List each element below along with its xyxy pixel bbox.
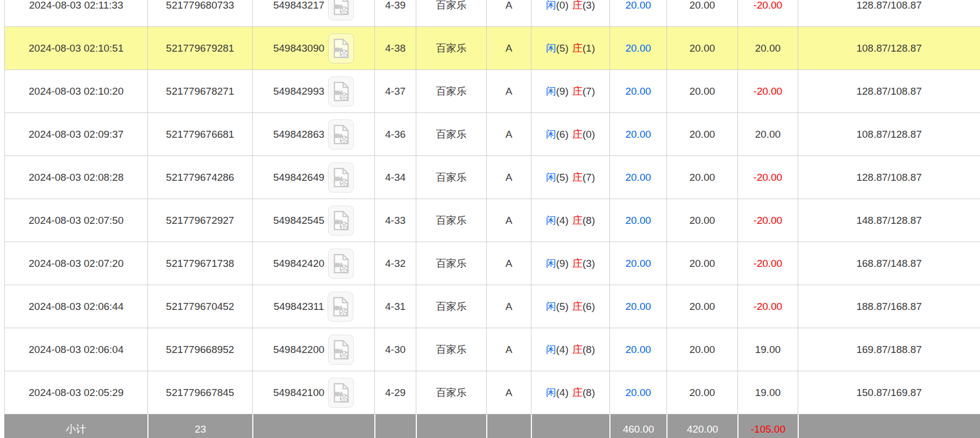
game-result: 闲(9)庄(7): [531, 70, 609, 112]
subtotal-win-loss-total: -105.00: [737, 414, 798, 438]
game-round-id-cell: 549842420: [252, 242, 374, 285]
bet-id: 521779672927: [147, 199, 252, 242]
valid-bet-amount: 20.00: [666, 113, 737, 156]
video-replay-button[interactable]: [328, 335, 354, 365]
video-replay-button[interactable]: [328, 33, 354, 63]
game-name: 百家乐: [416, 242, 486, 285]
bet-history-table: 2024-08-03 02:11:33 521779680733 5498432…: [4, 0, 980, 438]
video-replay-button[interactable]: [328, 163, 354, 193]
player-score: (4): [556, 387, 569, 399]
game-name: 百家乐: [416, 371, 486, 414]
table-round-number: 4-31: [374, 285, 416, 328]
game-round-id-cell: 549842311: [252, 285, 374, 328]
win-loss-amount: 19.00: [737, 328, 798, 371]
video-replay-button[interactable]: [328, 249, 354, 279]
table-round-number: 4-30: [374, 328, 416, 371]
game-round-id: 549842993: [273, 86, 324, 97]
player-label: 闲: [546, 128, 556, 142]
video-file-icon: [332, 383, 350, 403]
player-score: (9): [556, 86, 569, 97]
game-round-id-cell: 549842200: [252, 328, 374, 371]
bet-id: 521779678271: [147, 70, 252, 112]
bet-id: 521779676681: [147, 113, 252, 156]
game-round-id: 549842545: [273, 215, 324, 227]
game-result: 闲(9)庄(3): [531, 242, 609, 285]
table-code: A: [486, 328, 531, 371]
table-row[interactable]: 2024-08-03 02:06:44 521779670452 5498423…: [4, 285, 980, 328]
table-row[interactable]: 2024-08-03 02:07:50 521779672927 5498425…: [4, 199, 980, 242]
banker-label: 庄: [572, 171, 583, 185]
player-label: 闲: [546, 0, 556, 12]
win-loss-amount: -20.00: [737, 70, 798, 112]
game-result: 闲(5)庄(6): [531, 285, 609, 328]
subtotal-row: 小计 23 460.00 420.00 -105.00: [4, 414, 980, 438]
win-loss-amount: -20.00: [737, 156, 798, 199]
table-row[interactable]: 2024-08-03 02:07:20 521779671738 5498424…: [4, 242, 980, 285]
table-code: A: [486, 199, 531, 242]
valid-bet-amount: 20.00: [666, 328, 737, 371]
table-row[interactable]: 2024-08-03 02:10:20 521779678271 5498429…: [4, 70, 980, 113]
bet-id: 521779670452: [147, 285, 252, 328]
video-replay-button[interactable]: [328, 76, 354, 107]
table-round-number: 4-34: [374, 156, 416, 199]
table-code: A: [486, 285, 531, 328]
table-row[interactable]: 2024-08-03 02:08:28 521779674286 5498426…: [4, 156, 980, 199]
video-replay-button[interactable]: [328, 292, 353, 322]
game-result: 闲(4)庄(8): [531, 199, 609, 242]
game-result: 闲(4)庄(8): [531, 328, 609, 371]
bet-amount: 20.00: [609, 70, 666, 112]
balance-before-after: 148.87/128.87: [798, 199, 980, 242]
video-file-icon: [332, 81, 350, 102]
table-row[interactable]: 2024-08-03 02:06:04 521779668952 5498422…: [4, 328, 980, 371]
subtotal-empty-cell: [374, 414, 416, 438]
video-file-icon: [332, 124, 350, 145]
subtotal-empty-cell: [252, 414, 374, 438]
table-code: A: [486, 242, 531, 285]
game-name: 百家乐: [416, 113, 486, 156]
game-result: 闲(5)庄(1): [531, 27, 609, 69]
table-round-number: 4-36: [374, 113, 416, 156]
bet-time: 2024-08-03 02:05:29: [4, 371, 147, 414]
game-round-id: 549842420: [273, 258, 324, 270]
video-replay-button[interactable]: [328, 206, 354, 236]
game-result: 闲(0)庄(3): [531, 0, 609, 26]
table-round-number: 4-32: [374, 242, 416, 285]
banker-label: 庄: [572, 386, 583, 400]
table-row[interactable]: 2024-08-03 02:10:51 521779679281 5498430…: [4, 27, 980, 70]
table-row[interactable]: 2024-08-03 02:05:29 521779667845 5498421…: [4, 371, 980, 414]
banker-label: 庄: [572, 300, 583, 314]
player-label: 闲: [546, 257, 556, 271]
game-round-id-cell: 549843217: [252, 0, 374, 26]
game-round-id-cell: 549842863: [252, 113, 374, 156]
bet-time: 2024-08-03 02:07:20: [4, 242, 147, 285]
player-label: 闲: [546, 300, 556, 314]
table-row[interactable]: 2024-08-03 02:11:33 521779680733 5498432…: [4, 0, 980, 27]
video-replay-button[interactable]: [328, 119, 354, 150]
bet-amount: 20.00: [609, 156, 666, 199]
table-round-number: 4-39: [374, 0, 416, 26]
bet-time: 2024-08-03 02:10:51: [4, 27, 147, 69]
game-result: 闲(5)庄(7): [531, 156, 609, 199]
game-round-id-cell: 549843090: [252, 27, 374, 69]
player-score: (4): [556, 344, 569, 356]
win-loss-amount: -20.00: [737, 242, 798, 285]
game-round-id-cell: 549842993: [252, 70, 374, 112]
banker-score: (7): [583, 86, 595, 97]
bet-id: 521779668952: [147, 328, 252, 371]
table-code: A: [486, 0, 531, 26]
banker-score: (6): [583, 301, 595, 313]
video-replay-button[interactable]: [328, 378, 354, 408]
bet-amount: 20.00: [609, 113, 666, 156]
win-loss-amount: 19.00: [737, 371, 798, 414]
balance-before-after: 128.87/108.87: [798, 156, 980, 199]
table-row[interactable]: 2024-08-03 02:09:37 521779676681 5498428…: [4, 113, 980, 156]
balance-before-after: 108.87/128.87: [798, 113, 980, 156]
bet-amount: 20.00: [609, 371, 666, 414]
subtotal-empty-cell: [798, 414, 980, 438]
valid-bet-amount: 20.00: [666, 156, 737, 199]
subtotal-empty-cell: [486, 414, 531, 438]
banker-score: (7): [583, 172, 595, 183]
bet-id: 521779680733: [147, 0, 252, 26]
bet-amount: 20.00: [609, 285, 666, 328]
video-replay-button[interactable]: [328, 0, 354, 20]
